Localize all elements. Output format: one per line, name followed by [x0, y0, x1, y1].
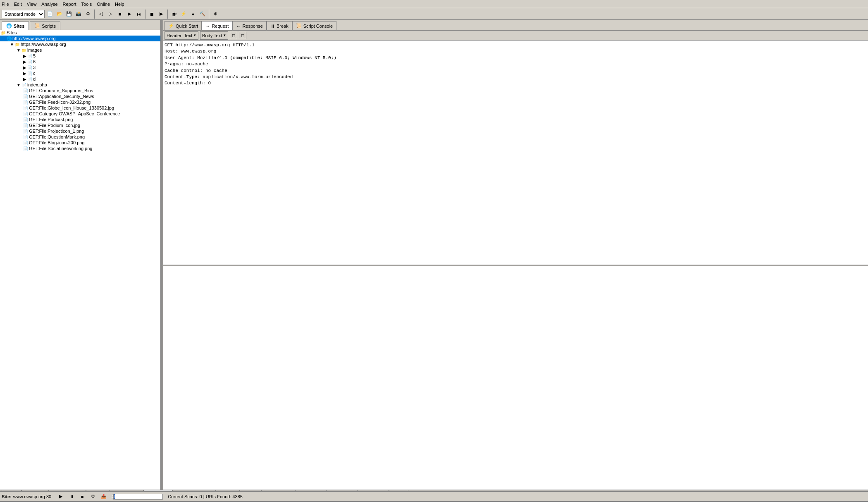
sites-icon: 🌐 [6, 23, 12, 29]
tree-item-category-appsec[interactable]: 📄 GET:Category:OWASP_AppSec_Conference [0, 111, 160, 117]
req-toggle-btn-2[interactable]: ◻ [239, 32, 246, 39]
tab-zest-results[interactable]: Zest Results [295, 490, 326, 491]
spider-btn[interactable]: 🕷 [169, 10, 179, 19]
tab-request[interactable]: → Request [202, 21, 232, 30]
tab-break-label: Break [277, 24, 289, 29]
fuzzer-btn[interactable]: ● [188, 10, 198, 19]
spider-toolbar: Site: www.owasp.org:80 ▶ ⏸ ■ ⚙ 📤 2% Curr… [0, 492, 868, 502]
spider-export-btn[interactable]: 📤 [99, 492, 108, 501]
tab-sites[interactable]: 🌐 Sites [2, 22, 29, 30]
new-session-btn[interactable]: 📄 [45, 10, 55, 19]
tree-question-label: GET:File:QuestionMark.png [29, 134, 85, 139]
tab-params[interactable]: Params [240, 490, 261, 491]
tree-item-5[interactable]: ▶ 📄 5 [0, 53, 160, 59]
mode-select[interactable]: Standard mode Safe mode Protected mode A… [2, 10, 45, 18]
tree-owasp-https-label: https://www.owasp.org [21, 42, 66, 47]
body-text-label: Body Text [202, 33, 222, 38]
tree-item-images[interactable]: ▼ 📁 images [0, 47, 160, 53]
menu-edit[interactable]: Edit [14, 2, 22, 7]
file-icon-5: ▶ [23, 54, 26, 58]
body-text-select[interactable]: Body Text ▼ [200, 31, 228, 40]
tree-item-owasp-http[interactable]: 🌐 http://www.owasp.org [0, 36, 160, 41]
tab-output[interactable]: Output [389, 490, 408, 491]
header-dropdown-arrow: ▼ [193, 33, 196, 37]
req-toggle-btn-1[interactable]: ◻ [230, 32, 237, 39]
tree-item-index[interactable]: ▼ 📄 index.php [0, 82, 160, 88]
tree-item-globe[interactable]: 📄 GET:File:Globe_Icon_House_1330502.jpg [0, 105, 160, 111]
tab-websockets[interactable]: WebSockets [326, 490, 358, 491]
tab-response[interactable]: ← Response [232, 21, 267, 30]
properties-btn[interactable]: ⚙ [83, 10, 93, 19]
request-content[interactable]: GET http://www.owasp.org HTTP/1.1 Host: … [163, 41, 868, 265]
menu-view[interactable]: View [27, 2, 37, 7]
tree-item-projecticon[interactable]: 📄 GET:File:Projecticon_1.png [0, 128, 160, 134]
tab-alerts[interactable]: ⚠ Alerts [86, 490, 109, 491]
menu-help[interactable]: Help [115, 2, 124, 7]
addon-btn[interactable]: ⊕ [211, 10, 220, 19]
back-btn[interactable]: ◁ [96, 10, 105, 19]
menu-online[interactable]: Online [97, 2, 110, 7]
tree-item-podcast[interactable]: 📄 GET:File:Podcast.png [0, 117, 160, 122]
spider-site-value: www.owasp.org:80 [13, 494, 51, 499]
scripts-icon: 📜 [34, 23, 40, 29]
save-session-btn[interactable]: 💾 [64, 10, 74, 19]
tree-podium-label: GET:File:Podium-icon.jpg [29, 123, 80, 128]
tree-item-blog[interactable]: 📄 GET:File:Blog-icon-200.png [0, 140, 160, 146]
tab-spider[interactable]: 🕷 Spider ✕ [143, 490, 173, 491]
get-icon-11: 📄 [23, 146, 28, 151]
spider-new-scan-btn[interactable]: ▶ [56, 492, 65, 501]
header-text-select[interactable]: Header: Text ▼ [165, 31, 198, 40]
tree-item-owasp-https[interactable]: ▼ 📁 https://www.owasp.org [0, 41, 160, 47]
forced-browse-btn[interactable]: 🔨 [198, 10, 207, 19]
break-btn[interactable]: ⏹ [147, 10, 156, 19]
tree-item-3[interactable]: ▶ 📄 3 [0, 65, 160, 70]
menu-analyse[interactable]: Analyse [41, 2, 57, 7]
tree-item-c[interactable]: ▶ 📄 c [0, 70, 160, 76]
tree-item-appsec[interactable]: 📄 GET:Application_Security_News [0, 93, 160, 99]
folder-icon-2: 📁 [15, 42, 20, 47]
tree-category-appsec-label: GET:Category:OWASP_AppSec_Conference [29, 111, 120, 116]
tree-item-root[interactable]: 📁 Sites [0, 30, 160, 36]
request-icon: → [205, 24, 210, 29]
tab-forced-browse[interactable]: 🔨 Forced Browse [172, 490, 216, 491]
tab-breakpoints[interactable]: ⏸ Break Points [49, 490, 86, 491]
tree-item-6[interactable]: ▶ 📄 6 [0, 59, 160, 65]
get-icon-4: 📄 [23, 106, 28, 110]
spider-pause-btn[interactable]: ⏸ [67, 492, 76, 501]
tree-owasp-http-label: http://www.owasp.org [12, 36, 56, 41]
request-area: Header: Text ▼ Body Text ▼ ◻ ◻ GET http:… [163, 31, 868, 490]
tab-active-scan[interactable]: ▶ Active Scan [109, 490, 143, 491]
stop-btn[interactable]: ■ [115, 10, 124, 19]
tree-item-question[interactable]: 📄 GET:File:QuestionMark.png [0, 134, 160, 140]
tab-break[interactable]: ⏸ Break [267, 21, 292, 30]
forward-btn[interactable]: ▷ [106, 10, 115, 19]
sites-tree[interactable]: 📁 Sites 🌐 http://www.owasp.org ▼ 📁 https… [0, 30, 160, 490]
tab-history[interactable]: History [2, 490, 21, 491]
open-session-btn[interactable]: 📂 [55, 10, 64, 19]
menu-file[interactable]: File [2, 2, 9, 7]
tree-item-podium[interactable]: 📄 GET:File:Podium-icon.jpg [0, 122, 160, 128]
tab-quick-start[interactable]: ⚡ Quick Start [165, 21, 202, 30]
menu-bar: File Edit View Analyse Report Tools Onli… [0, 0, 868, 8]
tab-ajax-spider[interactable]: AJAX Spider [357, 490, 389, 491]
tree-item-social[interactable]: 📄 GET:File:Social-networking.png [0, 146, 160, 151]
snapshot-btn[interactable]: 📸 [74, 10, 83, 19]
tree-item-corporate[interactable]: 📄 GET:Corporate_Supporter_Bios [0, 88, 160, 93]
step-btn[interactable]: ⏭ [134, 10, 143, 19]
tab-search[interactable]: 🔍 Search [21, 490, 49, 491]
spider-stop-btn[interactable]: ■ [78, 492, 87, 501]
tab-script-console[interactable]: 📜 Script Console [292, 21, 337, 30]
resume-btn[interactable]: ▶ [157, 10, 166, 19]
bottom-section: History 🔍 Search ⏸ Break Points ⚠ Alerts… [0, 490, 868, 502]
spider-options-btn[interactable]: ⚙ [88, 492, 98, 501]
doc-icon-d: 📄 [27, 77, 32, 81]
tab-http-sessions[interactable]: Http Sessions [261, 490, 295, 491]
tree-item-d[interactable]: ▶ 📄 d [0, 76, 160, 82]
tree-item-feed[interactable]: 📄 GET:File:Feed-icon-32x32.png [0, 99, 160, 105]
play-btn[interactable]: ▶ [125, 10, 134, 19]
menu-report[interactable]: Report [63, 2, 76, 7]
tab-fuzzer[interactable]: ● Fuzzer [216, 490, 239, 491]
menu-tools[interactable]: Tools [81, 2, 92, 7]
active-scan-btn[interactable]: ⚡ [179, 10, 188, 19]
tab-scripts[interactable]: 📜 Scripts [30, 22, 60, 30]
